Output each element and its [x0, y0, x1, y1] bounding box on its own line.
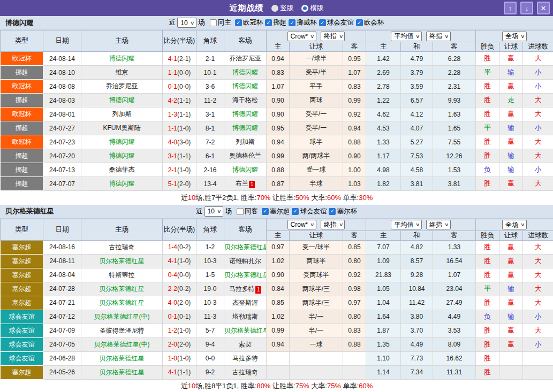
match-row: 欧冠杯24-08-01列加斯1-3(1-1)3-1博德闪耀0.90受半/一0.9…	[1, 107, 553, 121]
col-header-score: 比分(半场)	[163, 30, 196, 52]
results-table-away: 类型 日期 主场 比分(半场) 角球 客场 Crow*∨ 终指∨ 平均值∨ 终指…	[0, 219, 553, 392]
checkbox-checked-icon[interactable]: ✓	[319, 19, 326, 26]
checkbox-checked-icon[interactable]: ✓	[235, 19, 242, 26]
match-date: 24-08-01	[43, 107, 81, 121]
average-select[interactable]: 平均值∨	[391, 220, 422, 229]
league-filter-checkbox[interactable]: ✓欧会杯	[356, 18, 384, 27]
close-button[interactable]: ✕	[537, 2, 550, 14]
odds-home-value: 0.90	[267, 94, 290, 107]
match-count-value: 10	[208, 207, 215, 215]
league-filter-checkbox[interactable]: ✓塞尔超	[262, 207, 290, 216]
handicap-result-cell: 输	[499, 121, 523, 135]
avg-draw-value: 7.34	[401, 365, 433, 379]
odds-home-value: 0.99	[267, 324, 290, 337]
handicap-line: 受半/一	[290, 121, 343, 135]
league-cell: 欧冠杯	[1, 135, 43, 149]
results-table-home: 类型 日期 主场 比分(半场) 角球 客场 Crow*∨ 终指∨ 平均值∨ 终指…	[0, 30, 553, 205]
col-header-odds-away: 客	[343, 42, 366, 52]
league-filter-checkbox[interactable]: ✓球会友谊	[319, 18, 354, 27]
summary-segment: 30%	[359, 194, 373, 202]
scope-select-value: 全场	[505, 32, 518, 41]
filter-prefix: 近	[196, 207, 203, 216]
avg-away-value: 6.28	[433, 52, 476, 66]
league-badge: 欧冠杯	[1, 80, 43, 93]
match-count-select[interactable]: 10 ∨	[177, 18, 196, 28]
match-row: 挪超24-07-07博德闪耀5-1(2-0)13-4布兰10.87半球1.031…	[1, 177, 553, 191]
goals-result-cell: 小	[523, 66, 553, 80]
average-time-select[interactable]: 终指∨	[426, 32, 451, 41]
bookmaker-select[interactable]: Crow*∨	[287, 32, 316, 41]
corner-count: 6-1	[196, 149, 224, 163]
scope-select[interactable]: 全场∨	[502, 220, 527, 229]
match-date: 24-08-03	[43, 94, 81, 107]
average-select[interactable]: 平均值∨	[391, 32, 422, 41]
league-filter-checkbox[interactable]: ✓挪超	[265, 18, 286, 27]
odds-time-select[interactable]: 终指∨	[321, 220, 345, 229]
col-header-handicap-result: 让球	[499, 42, 523, 52]
avg-away-value: 4.49	[433, 310, 476, 324]
checkbox-unchecked-icon[interactable]	[210, 19, 217, 26]
col-header-avg-home: 主	[366, 230, 401, 240]
halftime-score: (1-1)	[177, 111, 191, 118]
away-team: 杰登斯渥	[224, 296, 267, 310]
match-row: 塞尔超24-08-16古拉瑞奇1-4(0-2)1-2贝尔格莱德红星0.97受一/…	[1, 240, 553, 254]
checkbox-checked-icon[interactable]: ✓	[265, 19, 272, 26]
checkbox-checked-icon[interactable]: ✓	[356, 19, 363, 26]
checkbox-unchecked-icon[interactable]	[237, 208, 244, 215]
handicap-line: 半球	[290, 177, 343, 191]
same-venue-checkbox[interactable]: 同客	[237, 207, 258, 216]
league-cell: 欧冠杯	[1, 107, 43, 121]
home-team: KFUM奥斯陆	[81, 121, 163, 135]
move-down-button[interactable]: ↓	[520, 2, 533, 14]
away-team: 贝尔格莱德红星	[224, 240, 267, 254]
avg-home-value: 1.64	[366, 310, 401, 324]
league-filter-checkbox[interactable]: ✓欧冠杯	[235, 18, 263, 27]
bookmaker-select[interactable]: Crow*∨	[287, 220, 316, 229]
radio-unselected-icon[interactable]	[271, 5, 278, 12]
checkbox-checked-icon[interactable]: ✓	[262, 208, 269, 215]
odds-time-select[interactable]: 终指∨	[321, 32, 345, 41]
avg-away-value: 11.31	[433, 365, 476, 379]
result-cell: 胜	[476, 351, 499, 365]
odds-home-value: 0.95	[267, 121, 290, 135]
col-header-type: 类型	[1, 219, 43, 240]
handicap-line: 两/两球半	[290, 149, 343, 163]
col-header-corner: 角球	[196, 219, 224, 240]
corner-count: 8-1	[196, 121, 224, 135]
odds-home-value: 0.94	[267, 135, 290, 149]
goals-result-cell: 大	[523, 268, 553, 282]
away-team: 马拉多特1	[224, 282, 267, 296]
layout-radio-vertical[interactable]: 竖版	[271, 4, 294, 13]
fulltime-score: 2-1	[168, 166, 177, 174]
away-team: 海于格松	[224, 94, 267, 107]
handicap-line: 一球	[290, 337, 343, 351]
league-filter-checkbox[interactable]: ✓球会友谊	[292, 207, 327, 216]
summary-segment: 10	[188, 194, 195, 202]
odds-home-value: 0.83	[267, 66, 290, 80]
odds-away-value: 0.85	[343, 240, 366, 254]
fulltime-score: 1-3	[168, 111, 177, 118]
corner-count: 9-2	[196, 365, 224, 379]
checkbox-checked-icon[interactable]: ✓	[329, 208, 336, 215]
handicap-line: 一/球半	[290, 52, 343, 66]
odds-away-value	[343, 365, 366, 379]
layout-radio-horizontal[interactable]: 横版	[301, 4, 324, 13]
move-up-button[interactable]: ↑	[504, 2, 517, 14]
scope-select[interactable]: 全场∨	[502, 32, 527, 41]
col-header-score: 比分(半场)	[163, 219, 196, 240]
fulltime-score: 4-0	[168, 299, 177, 306]
match-count-select[interactable]: 10 ∨	[204, 206, 224, 217]
league-filter-checkbox[interactable]: ✓挪威杯	[289, 18, 317, 27]
halftime-score: (0-0)	[177, 83, 191, 90]
checkbox-checked-icon[interactable]: ✓	[292, 208, 299, 215]
odds-away-value: 0.94	[343, 121, 366, 135]
average-select-group: 平均值∨ 终指∨	[366, 30, 476, 42]
checkbox-checked-icon[interactable]: ✓	[289, 19, 296, 26]
average-time-select[interactable]: 终指∨	[426, 220, 451, 229]
match-row: 挪超24-07-13桑德菲杰2-1(1-0)2-16博德闪耀0.88受一球1.0…	[1, 163, 553, 177]
radio-selected-icon[interactable]	[301, 5, 308, 12]
league-filter-checkbox[interactable]: ✓塞尔杯	[329, 207, 357, 216]
match-date: 24-07-28	[43, 282, 81, 296]
fulltime-score: 0-1	[168, 313, 177, 320]
same-venue-checkbox[interactable]: 同主	[210, 18, 231, 27]
